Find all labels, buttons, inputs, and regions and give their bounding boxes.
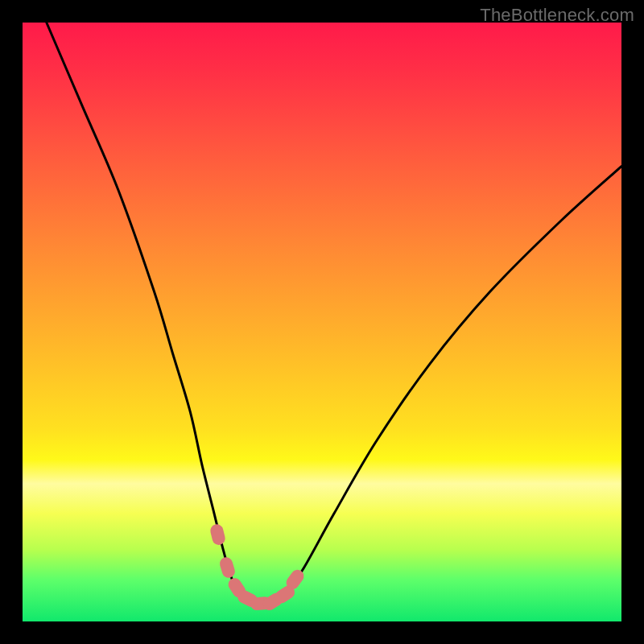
gradient-plot-area	[23, 23, 621, 621]
